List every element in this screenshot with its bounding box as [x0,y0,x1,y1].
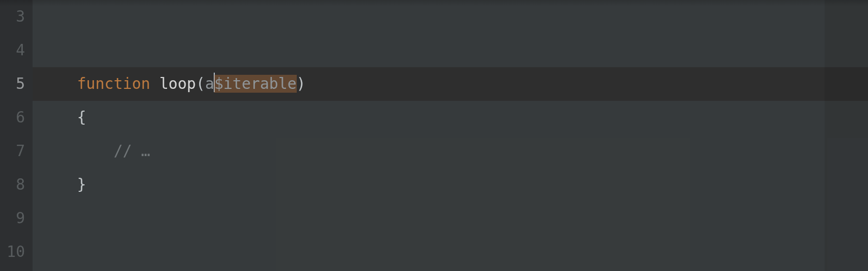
line-number: 6 [0,101,25,134]
code-line[interactable] [33,235,868,269]
code-area[interactable]: function loop(a$iterable) { // … } [33,0,868,271]
keyword: function [77,75,150,93]
selected-placeholder[interactable]: $iterable [214,75,297,93]
code-line[interactable]: { [33,101,868,134]
line-number: 3 [0,0,25,34]
code-line[interactable]: } [33,168,868,202]
code-line-active[interactable]: function loop(a$iterable) [33,67,868,101]
comment: // … [113,142,150,160]
indent [77,142,113,160]
paren-close: ) [297,75,306,93]
space [150,75,159,93]
line-number: 8 [0,168,25,202]
code-line[interactable] [33,202,868,235]
line-number: 4 [0,34,25,67]
code-editor[interactable]: 3 4 5 6 7 8 9 10 function loop(a$iterabl… [0,0,868,271]
brace-open: { [77,108,86,126]
line-number: 9 [0,202,25,235]
gutter: 3 4 5 6 7 8 9 10 [0,0,33,271]
typed-char: a [205,75,214,93]
line-number: 7 [0,134,25,168]
line-number: 10 [0,235,25,269]
code-line[interactable]: // … [33,134,868,168]
line-number-active: 5 [0,67,25,101]
code-line[interactable] [33,0,868,34]
paren-open: ( [196,75,205,93]
code-line[interactable] [33,34,868,67]
brace-close: } [77,176,86,193]
function-name: loop [159,75,196,93]
